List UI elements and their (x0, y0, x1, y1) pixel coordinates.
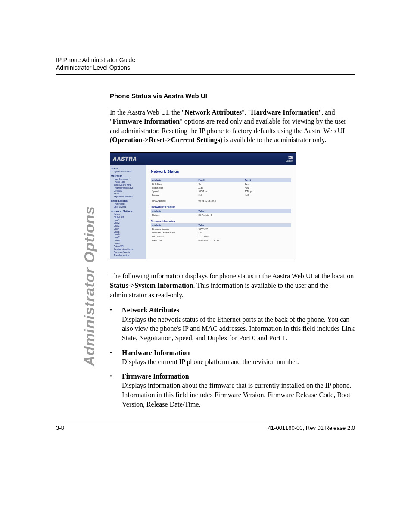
bold-text: Hardware Information (251, 109, 318, 116)
text: ", " (242, 109, 251, 116)
bullet-item: •Firmware InformationDisplays informatio… (110, 372, 355, 409)
sidebar-item[interactable]: Line 1 (111, 219, 146, 222)
bullet-title: Firmware Information (122, 373, 189, 380)
webui-sidebar: Status System Information Operation User… (110, 165, 146, 259)
bullet-body: Network AttributesDisplays the network s… (122, 305, 355, 342)
text: In the Aastra Web UI, the " (110, 109, 184, 116)
sidebar-item[interactable]: Line 5 (111, 230, 146, 233)
bullet-text: Displays the network status of the Ether… (122, 316, 355, 342)
table-cell: Firmware Release Code (151, 231, 197, 235)
header-line-2: Administrator Level Options (56, 64, 355, 72)
bold-text: Operation->Reset->Current Settings (112, 136, 220, 143)
table-cell: Half (243, 193, 291, 197)
table-cell: Link State (151, 182, 197, 186)
bullet-text: Displays the current IP phone platform a… (122, 358, 299, 365)
webui-header: AASTRA 55i Log Off (110, 153, 296, 165)
fw-info-title: Firmware Information (151, 220, 291, 224)
footer-page-number: 3-8 (56, 425, 64, 431)
page-footer: 3-8 41-001160-00, Rev 01 Release 2.0 (56, 422, 355, 431)
table-cell: Auto (197, 186, 244, 190)
table-row: Date/TimeOct 23 2006 00:46:29 (151, 239, 291, 243)
sidebar-group-advanced: NetworkGlobal SIPLine 1Line 2Line 3Line … (111, 213, 146, 256)
side-tab-label: Administrator Options (81, 206, 98, 366)
bold-text: Network Attributes (184, 109, 242, 116)
bold-text: Firmware Information (113, 118, 180, 125)
table-row: Firmware Version20061023 (151, 227, 291, 231)
sidebar-item[interactable]: Line 7 (111, 236, 146, 239)
sidebar-item[interactable]: Action URI (111, 245, 146, 248)
webui-page-title: Network Status (151, 169, 291, 174)
sidebar-cat-operation: Operation (111, 174, 146, 177)
bullet-body: Hardware InformationDisplays the current… (122, 348, 299, 367)
text: ) is available to the administrator only… (220, 136, 326, 143)
table-cell: Duplex (151, 193, 197, 197)
table-cell: Firmware Version (151, 227, 197, 231)
sidebar-item[interactable]: Programmable Keys (111, 187, 146, 190)
bullet-marker: • (110, 372, 122, 409)
bullet-item: •Hardware InformationDisplays the curren… (110, 348, 355, 367)
sidebar-item[interactable]: Directory (111, 190, 146, 193)
header-line-1: IP Phone Administrator Guide (56, 56, 355, 64)
sidebar-item[interactable]: Line 8 (111, 239, 146, 242)
bullet-list: •Network AttributesDisplays the network … (110, 305, 355, 409)
footer-doc-id: 41-001160-00, Rev 01 Release 2.0 (268, 425, 355, 431)
sidebar-cat-advanced: Advanced Settings (111, 210, 146, 213)
network-status-table: Attribute Port 0 Port 1 Link StateUpDown… (151, 178, 291, 197)
col-attribute: Attribute (151, 209, 197, 213)
col-value: Value (197, 224, 291, 227)
sidebar-item[interactable]: Global SIP (111, 216, 146, 219)
table-row: Link StateUpDown (151, 182, 291, 186)
table-cell: 20061023 (197, 227, 291, 231)
table-cell: Up (197, 182, 244, 186)
col-attribute: Attribute (151, 224, 197, 227)
table-row: NegotiationAutoAuto (151, 186, 291, 190)
table-cell: 55i Revision 0 (197, 213, 291, 217)
col-port0: Port 0 (197, 178, 244, 182)
table-cell: Platform (151, 213, 197, 217)
sidebar-item[interactable]: Firmware Update (111, 251, 146, 254)
sidebar-item[interactable]: Configuration Server (111, 248, 146, 251)
table-row: Firmware Release CodeSIP (151, 231, 291, 235)
sidebar-item[interactable]: Line 6 (111, 233, 146, 236)
sidebar-item[interactable]: Phone Lock (111, 180, 146, 184)
bullet-text: Displays information about the firmware … (122, 382, 351, 408)
mac-label: MAC Address: (151, 199, 197, 203)
table-cell: Negotiation (151, 186, 197, 190)
webui-main: Network Status Attribute Port 0 Port 1 L… (146, 165, 296, 259)
sidebar-item[interactable]: Call Forward (111, 205, 146, 208)
table-cell: Boot Version (151, 235, 197, 239)
sidebar-item[interactable]: Line 9 (111, 242, 146, 245)
text: The following information displays for p… (110, 272, 354, 280)
sidebar-item[interactable]: Line 2 (111, 221, 146, 224)
table-row: Speed100Mbps10Mbps (151, 190, 291, 193)
intro-paragraph: In the Aastra Web UI, the "Network Attri… (110, 108, 355, 145)
sidebar-item[interactable]: Reset (111, 192, 146, 195)
sidebar-item[interactable]: Line 3 (111, 224, 146, 227)
sidebar-item[interactable]: System Information (111, 170, 146, 173)
bullet-marker: • (110, 305, 122, 342)
sidebar-group-status: System Information (111, 170, 146, 173)
logoff-link[interactable]: Log Off (286, 160, 293, 162)
sidebar-item[interactable]: Expansion Modules (111, 195, 146, 198)
sidebar-item[interactable]: Preferences (111, 202, 146, 205)
sidebar-item[interactable]: Troubleshooting (111, 254, 146, 257)
sidebar-group-basic: PreferencesCall Forward (111, 202, 146, 208)
table-cell: 1.1.0.1181 (197, 235, 291, 239)
col-port1: Port 1 (243, 178, 291, 182)
sidebar-item[interactable]: User Password (111, 178, 146, 181)
table-row: Platform55i Revision 0 (151, 213, 291, 217)
mac-row: MAC Address: 00-08-5D-16-10-3F (151, 199, 291, 203)
sidebar-item[interactable]: Line 4 (111, 227, 146, 230)
table-cell: Speed (151, 190, 197, 193)
sidebar-cat-status: Status (111, 167, 146, 170)
followup-paragraph: The following information displays for p… (110, 271, 355, 299)
table-cell: 100Mbps (197, 190, 244, 193)
header-rule (56, 74, 355, 75)
table-cell: SIP (197, 231, 291, 235)
sidebar-item[interactable]: Network (111, 213, 146, 216)
hw-info-table: Attribute Value Platform55i Revision 0 (151, 209, 291, 217)
table-cell: Full (197, 193, 244, 197)
sidebar-item[interactable]: Softkeys and XML (111, 184, 146, 187)
bullet-title: Hardware Information (122, 349, 190, 356)
bullet-item: •Network AttributesDisplays the network … (110, 305, 355, 342)
